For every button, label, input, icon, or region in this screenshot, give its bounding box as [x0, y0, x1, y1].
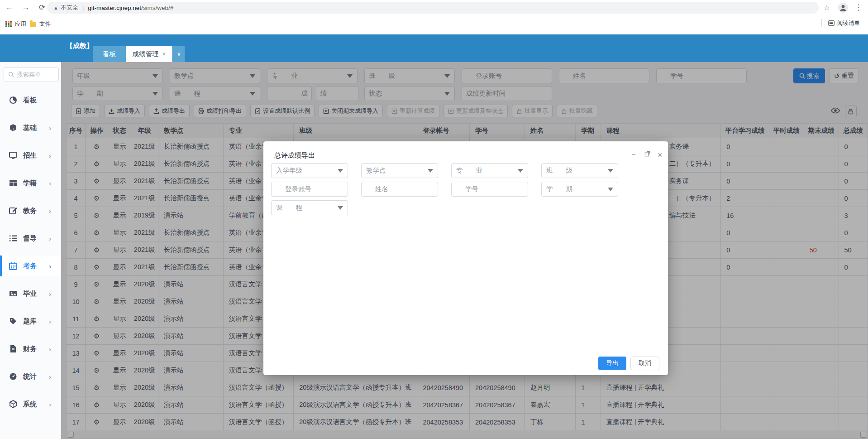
sidebar-item-统计[interactable]: 统计›: [0, 366, 61, 387]
bookmark-apps[interactable]: 应用: [5, 19, 26, 29]
doc-icon: [9, 345, 17, 353]
dashboard-icon: [9, 96, 17, 104]
sidebar-item-招生[interactable]: 招生›: [0, 145, 61, 166]
chevron-right-icon: ›: [49, 373, 51, 381]
dialog-field-班 级[interactable]: 班 级: [541, 163, 618, 178]
tab-grade-management[interactable]: 成绩管理×: [126, 46, 172, 62]
sidebar-item-学籍[interactable]: 学籍›: [0, 173, 61, 193]
tab-dashboard[interactable]: 看板: [93, 46, 126, 62]
profile-icon[interactable]: [838, 3, 848, 13]
url-text: git-master.cjnep.net/sims/web/#: [88, 5, 173, 11]
dropdown-caret-icon: [338, 169, 343, 173]
dropdown-caret-icon: [338, 206, 343, 210]
not-secure-icon: ▲: [53, 5, 58, 10]
reading-list-icon: [828, 20, 835, 26]
monitor-icon: [9, 151, 17, 159]
sidebar-item-label: 毕业: [23, 289, 37, 298]
sidebar-item-看板[interactable]: 看板: [0, 90, 61, 111]
bookmarks-bar: 应用 文件 阅读清单: [0, 15, 868, 34]
chevron-right-icon: ›: [49, 152, 51, 159]
dialog-title: 总评成绩导出: [274, 151, 315, 160]
chevron-right-icon: ›: [49, 235, 51, 242]
chevron-right-icon: ›: [49, 345, 51, 353]
app-header: 【成教】 看板 成绩管理× ∨ admin ▾: [0, 34, 868, 62]
sidebar-item-label: 财务: [23, 345, 37, 353]
tag-icon: [9, 317, 17, 325]
sidebar-item-label: 教务: [23, 207, 37, 215]
sidebar-item-label: 招生: [23, 151, 37, 160]
reading-list[interactable]: 阅读清单: [821, 19, 860, 27]
cube-icon: [9, 124, 17, 132]
table-icon: [9, 179, 17, 187]
sidebar-item-label: 看板: [23, 96, 37, 105]
dialog-field-登录账号[interactable]: 登录账号: [271, 182, 348, 197]
cancel-button[interactable]: 取消: [630, 357, 659, 370]
system-icon: [9, 400, 17, 408]
dropdown-caret-icon: [608, 188, 613, 191]
edit-icon: [9, 207, 17, 215]
minimize-icon[interactable]: −: [629, 150, 638, 159]
bookmark-star-icon[interactable]: ☆: [821, 2, 833, 14]
browser-toolbar: ← → ⟳ ▲ 不安全 | git-master.cjnep.net/sims/…: [0, 0, 868, 15]
sidebar-item-考务[interactable]: 考务›: [0, 256, 61, 276]
sidebar-item-毕业[interactable]: 毕业›: [0, 283, 61, 304]
chevron-right-icon: ›: [49, 318, 51, 325]
sidebar-search-input[interactable]: 搜索菜单: [4, 67, 59, 82]
dialog-field-专 业[interactable]: 专 业: [451, 163, 528, 178]
sidebar-item-财务[interactable]: 财务›: [0, 338, 61, 359]
export-dialog: 总评成绩导出 − × 入学年级教学点专 业班 级登录账号姓名学号学 期课 程 导…: [263, 141, 668, 375]
sidebar-item-基础[interactable]: 基础›: [0, 117, 61, 138]
address-bar[interactable]: ▲ 不安全 | git-master.cjnep.net/sims/web/#: [47, 2, 819, 14]
dialog-field-学 期[interactable]: 学 期: [541, 182, 618, 197]
sidebar-item-系统[interactable]: 系统›: [0, 394, 61, 415]
image-icon: [9, 289, 17, 298]
calendar-icon: [9, 262, 17, 270]
sidebar-item-label: 督导: [23, 234, 37, 243]
tab-list-chevron[interactable]: ∨: [173, 46, 185, 62]
gauge-icon: [9, 372, 17, 381]
not-secure-label: 不安全: [61, 4, 78, 12]
folder-icon: [30, 22, 36, 27]
chevron-right-icon: ›: [49, 179, 51, 187]
sidebar-item-题库[interactable]: 题库›: [0, 311, 61, 332]
bookmark-files[interactable]: 文件: [30, 19, 51, 29]
reload-icon[interactable]: ⟳: [36, 2, 48, 14]
dialog-field-学号[interactable]: 学号: [451, 182, 528, 197]
dropdown-caret-icon: [428, 169, 433, 173]
sidebar-item-label: 题库: [23, 317, 37, 326]
chevron-right-icon: ›: [49, 290, 51, 298]
sidebar-item-教务[interactable]: 教务›: [0, 200, 61, 221]
sidebar-item-label: 系统: [23, 400, 37, 409]
sidebar-item-label: 学籍: [23, 179, 37, 188]
dropdown-caret-icon: [608, 169, 613, 173]
forward-icon[interactable]: →: [20, 2, 32, 14]
browser-menu-icon[interactable]: ⋮: [853, 2, 864, 14]
chevron-right-icon: ›: [49, 124, 51, 132]
dialog-field-姓名[interactable]: 姓名: [361, 182, 438, 197]
dialog-footer: 导出 取消: [263, 350, 668, 375]
close-icon[interactable]: ×: [655, 150, 664, 160]
app-brand: 【成教】: [66, 42, 93, 50]
chevron-right-icon: ›: [49, 207, 51, 215]
dialog-field-教学点[interactable]: 教学点: [361, 163, 438, 178]
search-icon: [8, 72, 14, 77]
tab-close-icon[interactable]: ×: [162, 50, 166, 58]
sidebar-item-督导[interactable]: 督导›: [0, 228, 61, 249]
sidebar: 搜索菜单 看板基础›招生›学籍›教务›督导›考务›毕业›题库›财务›统计›系统›: [0, 62, 61, 439]
dropdown-caret-icon: [518, 169, 523, 173]
export-button[interactable]: 导出: [598, 357, 626, 370]
sidebar-item-label: 基础: [23, 124, 37, 132]
back-icon[interactable]: ←: [4, 2, 15, 14]
chevron-right-icon: ›: [49, 400, 51, 408]
maximize-icon[interactable]: [643, 150, 652, 159]
sidebar-item-label: 统计: [23, 372, 37, 381]
apps-grid-icon: [5, 21, 12, 27]
dialog-field-课 程[interactable]: 课 程: [271, 200, 348, 215]
sidebar-item-label: 考务: [23, 262, 37, 270]
dialog-field-入学年级[interactable]: 入学年级: [271, 163, 348, 178]
chevron-right-icon: ›: [49, 262, 51, 270]
list-icon: [9, 234, 17, 242]
